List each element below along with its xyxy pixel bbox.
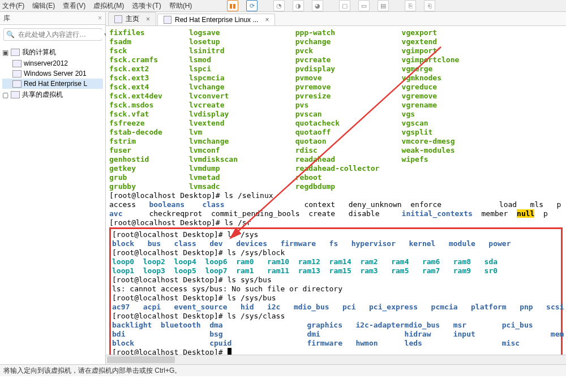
tab-label: Red Hat Enterprise Linux ... bbox=[175, 16, 258, 24]
menu-tabs[interactable]: 选项卡(T) bbox=[132, 1, 161, 11]
horizontal-scrollbar[interactable] bbox=[106, 355, 566, 364]
status-bar: 将输入定向到该虚拟机，请在虚拟机内部单击或按 Ctrl+G。 bbox=[0, 364, 566, 376]
copy-icon[interactable]: ⎘ bbox=[405, 0, 416, 11]
tab-home[interactable]: 主页 × bbox=[108, 12, 156, 25]
snapshot-icon[interactable]: ◔ bbox=[273, 0, 285, 11]
tree-item-redhat[interactable]: Red Hat Enterprise L bbox=[2, 79, 103, 89]
scrollbar-thumb[interactable] bbox=[107, 356, 175, 363]
shared-icon bbox=[11, 91, 20, 98]
tab-redhat[interactable]: Red Hat Enterprise Linux ... × bbox=[157, 14, 275, 25]
close-icon[interactable]: × bbox=[98, 14, 102, 22]
vm-icon bbox=[12, 80, 22, 88]
restart-icon[interactable]: ⟳ bbox=[246, 0, 258, 11]
pause-icon[interactable]: ▮▮ bbox=[227, 0, 238, 11]
thumbnail-icon[interactable]: ▤ bbox=[378, 0, 389, 11]
search-box[interactable]: 🔍 ▾ bbox=[3, 28, 102, 41]
snapshot-manager-icon[interactable]: ◕ bbox=[312, 0, 323, 11]
sidebar-header: 库 × bbox=[0, 12, 105, 25]
vm-icon bbox=[12, 60, 22, 67]
highlight-box: [root@localhost Desktop]# ls /sysblock b… bbox=[109, 227, 563, 355]
tree-item-label: Red Hat Enterprise L bbox=[24, 80, 87, 88]
tree-item-winserver2012[interactable]: winserver2012 bbox=[2, 58, 103, 68]
tree-shared[interactable]: ▢ 共享的虚拟机 bbox=[2, 89, 103, 101]
sidebar: 库 × 🔍 ▾ ▣ 我的计算机 winserver2012 Windows Se… bbox=[0, 12, 106, 364]
menu-bar: 文件(F) 编辑(E) 查看(V) 虚拟机(M) 选项卡(T) 帮助(H) ▮▮… bbox=[0, 0, 566, 12]
tree-shared-label: 共享的虚拟机 bbox=[22, 90, 63, 100]
menu-vm[interactable]: 虚拟机(M) bbox=[93, 1, 124, 11]
menu-edit[interactable]: 编辑(E) bbox=[32, 1, 55, 11]
tree-root-label: 我的计算机 bbox=[22, 48, 56, 57]
menu-view[interactable]: 查看(V) bbox=[63, 1, 85, 11]
unity-icon[interactable]: ▭ bbox=[358, 0, 370, 11]
snapshot-back-icon[interactable]: ◑ bbox=[293, 0, 304, 11]
computer-icon bbox=[11, 49, 20, 56]
tab-label: 主页 bbox=[126, 14, 139, 24]
status-text: 将输入定向到该虚拟机，请在虚拟机内部单击或按 Ctrl+G。 bbox=[3, 366, 181, 376]
tree-item-label: Windows Server 201 bbox=[24, 70, 87, 77]
home-icon bbox=[114, 15, 122, 23]
vm-icon bbox=[12, 70, 22, 77]
terminal-output[interactable]: fixfiles logsave ppp-watch vgexport fsad… bbox=[106, 26, 566, 355]
search-input[interactable] bbox=[17, 30, 104, 39]
menu-file[interactable]: 文件(F) bbox=[2, 1, 24, 11]
tree-item-label: winserver2012 bbox=[24, 59, 68, 67]
close-icon[interactable]: × bbox=[146, 15, 150, 23]
fullscreen-icon[interactable]: ▢ bbox=[339, 0, 350, 11]
vm-icon bbox=[164, 16, 171, 24]
menu-help[interactable]: 帮助(H) bbox=[169, 1, 192, 11]
vm-tree: ▣ 我的计算机 winserver2012 Windows Server 201… bbox=[0, 44, 105, 364]
paste-icon[interactable]: ⎗ bbox=[424, 0, 435, 11]
close-icon[interactable]: × bbox=[265, 16, 269, 24]
tab-bar: 主页 × Red Hat Enterprise Linux ... × bbox=[106, 12, 566, 26]
tree-item-windows-server[interactable]: Windows Server 201 bbox=[2, 68, 103, 79]
search-icon: 🔍 bbox=[6, 31, 15, 38]
sidebar-title: 库 bbox=[3, 14, 10, 23]
tree-root[interactable]: ▣ 我的计算机 bbox=[2, 46, 103, 58]
